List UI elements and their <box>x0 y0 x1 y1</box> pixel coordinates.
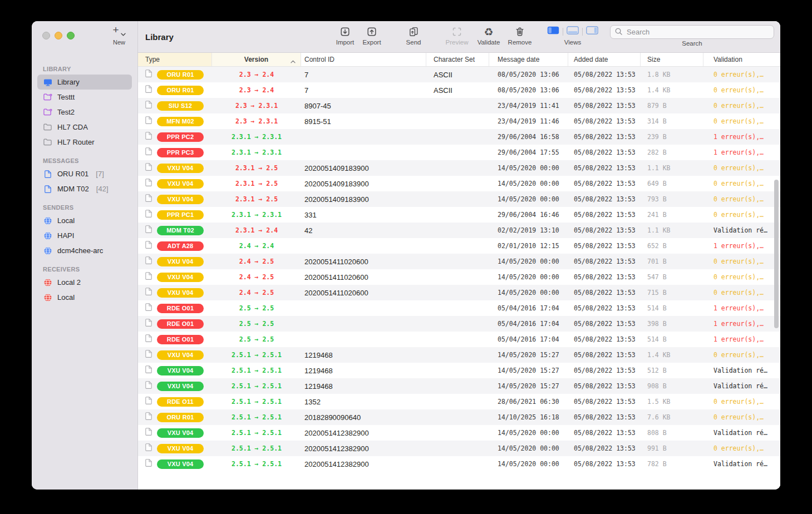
version-cell: 2.4 → 2.4 <box>212 238 301 254</box>
control-id-cell <box>301 238 426 254</box>
message-date-cell: 14/05/2020 00:00 <box>489 191 568 207</box>
type-cell: RDE O11 <box>138 394 212 409</box>
table-row[interactable]: VXU V042.3.1 → 2.5202005140918390014/05/… <box>138 176 780 191</box>
sidebar-item-test2[interactable]: Test2 <box>37 105 132 120</box>
validation-cell: Validation ré… <box>703 363 780 378</box>
table-row[interactable]: RDE O012.5 → 2.505/04/2016 17:0405/08/20… <box>138 316 780 332</box>
character-set-cell <box>426 129 489 145</box>
table-row[interactable]: VXU V042.5.1 → 2.5.1202005141238290014/0… <box>138 441 780 456</box>
type-badge: ORU R01 <box>157 413 204 422</box>
sidebar-item-mdm-t02[interactable]: MDM T02[42] <box>37 181 132 196</box>
validation-cell: Validation ré… <box>703 378 780 394</box>
table-row[interactable]: PPR PC22.3.1 → 2.3.129/06/2004 16:5805/0… <box>138 129 780 145</box>
table-row[interactable]: MDM T022.3.1 → 2.44202/02/2019 13:1005/0… <box>138 223 780 238</box>
sidebar-item-testtt[interactable]: Testtt <box>37 90 132 105</box>
search-area: Search <box>610 25 774 47</box>
control-id-cell: 1352 <box>301 394 426 409</box>
validation-cell: 0 erreur(s),… <box>703 98 780 113</box>
table-row[interactable]: PPR PC32.3.1 → 2.3.129/06/2004 17:5505/0… <box>138 145 780 160</box>
search-input[interactable] <box>626 27 769 37</box>
sidebar-item-hapi[interactable]: HAPI <box>37 228 132 243</box>
sidebar-item-library[interactable]: Library <box>37 75 132 90</box>
sidebar-item-local[interactable]: Local <box>37 213 132 228</box>
sidebar-item-dcm4chee-arc[interactable]: dcm4chee-arc <box>37 243 132 258</box>
bottom-panel-view-icon[interactable] <box>567 26 579 37</box>
display-icon <box>43 78 52 86</box>
character-set-cell <box>426 207 489 223</box>
column-header-control-id[interactable]: Control ID <box>301 53 426 66</box>
column-header-version[interactable]: Version <box>212 53 301 66</box>
minimize-window-button[interactable] <box>55 32 62 39</box>
table-row[interactable]: VXU V042.4 → 2.5202005141102060014/05/20… <box>138 269 780 285</box>
type-cell: VXU V04 <box>138 254 212 269</box>
control-id-cell: 331 <box>301 207 426 223</box>
document-icon <box>145 210 152 220</box>
table-row[interactable]: VXU V042.5.1 → 2.5.1202005141238290014/0… <box>138 456 780 472</box>
column-header-added-date[interactable]: Added date <box>568 53 641 66</box>
column-header-validation[interactable]: Validation <box>703 53 780 66</box>
remove-button[interactable]: Remove <box>499 25 540 46</box>
version-cell: 2.5.1 → 2.5.1 <box>212 363 301 378</box>
type-cell: RDE O01 <box>138 300 212 316</box>
table-row[interactable]: ORU R012.3 → 2.47ASCII08/05/2020 13:0605… <box>138 67 780 82</box>
table-row[interactable]: VXU V042.5.1 → 2.5.1121946814/05/2020 15… <box>138 378 780 394</box>
table-row[interactable]: SIU S122.3 → 2.3.18907-4523/04/2019 11:4… <box>138 98 780 113</box>
table-row[interactable]: MFN M022.3 → 2.3.18915-5123/04/2019 11:4… <box>138 113 780 129</box>
right-panel-view-icon[interactable] <box>586 26 598 37</box>
table-row[interactable]: RDE O112.5.1 → 2.5.1135228/06/2021 06:30… <box>138 394 780 409</box>
table-row[interactable]: RDE O012.5 → 2.505/04/2016 17:0405/08/20… <box>138 332 780 347</box>
vertical-scrollbar[interactable] <box>774 180 779 328</box>
sidebar-item-label: MDM T02 <box>57 185 89 193</box>
sidebar: + New LIBRARYLibraryTestttTest2HL7 CDAHL… <box>32 21 138 490</box>
sidebar-item-hl7-router[interactable]: HL7 Router <box>37 135 132 150</box>
sidebar-section-title-messages: MESSAGES <box>43 157 137 164</box>
character-set-cell <box>426 160 489 176</box>
table-row[interactable]: VXU V042.5.1 → 2.5.1121946814/05/2020 15… <box>138 363 780 378</box>
type-badge: VXU V04 <box>157 257 204 266</box>
send-button[interactable]: Send <box>393 25 434 46</box>
sidebar-item-label: dcm4chee-arc <box>57 246 103 255</box>
export-button[interactable]: Export <box>351 25 392 46</box>
table-row[interactable]: PPR PC12.3.1 → 2.3.133129/06/2004 16:460… <box>138 207 780 223</box>
table-row[interactable]: VXU V042.5.1 → 2.5.1121946814/05/2020 15… <box>138 347 780 363</box>
validation-cell: Validation ré… <box>703 425 780 441</box>
sidebar-item-label: ORU R01 <box>57 170 88 178</box>
table-row[interactable]: ORU R012.5.1 → 2.5.12018289009064014/10/… <box>138 409 780 425</box>
character-set-cell <box>426 441 489 456</box>
message-date-cell: 14/10/2025 16:18 <box>489 409 568 425</box>
table-row[interactable]: VXU V042.5.1 → 2.5.1202005141238290014/0… <box>138 425 780 441</box>
table-row[interactable]: ADT A282.4 → 2.402/01/2010 12:1505/08/20… <box>138 238 780 254</box>
sidebar-item-local[interactable]: Local <box>37 290 132 305</box>
sidebar-item-local-2[interactable]: Local 2 <box>37 275 132 290</box>
new-button[interactable]: + New <box>106 24 132 46</box>
version-cell: 2.3.1 → 2.3.1 <box>212 145 301 160</box>
table-row[interactable]: ORU R012.3 → 2.47ASCII08/05/2020 13:0605… <box>138 82 780 98</box>
table-row[interactable]: VXU V042.3.1 → 2.5202005140918390014/05/… <box>138 191 780 207</box>
control-id-cell: 1219468 <box>301 378 426 394</box>
document-icon <box>145 70 152 80</box>
column-header-character-set[interactable]: Character Set <box>426 53 489 66</box>
sidebar-view-icon[interactable] <box>547 26 559 37</box>
version-cell: 2.5.1 → 2.5.1 <box>212 394 301 409</box>
table-row[interactable]: RDE O012.5 → 2.505/04/2016 17:0405/08/20… <box>138 300 780 316</box>
added-date-cell: 05/08/2022 13:53 <box>568 191 641 207</box>
sidebar-item-hl7-cda[interactable]: HL7 CDA <box>37 120 132 135</box>
table-row[interactable]: VXU V042.3.1 → 2.5202005140918390014/05/… <box>138 160 780 176</box>
version-cell: 2.5.1 → 2.5.1 <box>212 425 301 441</box>
table-row[interactable]: VXU V042.4 → 2.5202005141102060014/05/20… <box>138 285 780 300</box>
version-cell: 2.5.1 → 2.5.1 <box>212 441 301 456</box>
search-field[interactable] <box>610 25 774 39</box>
column-header-message-date[interactable]: Message date <box>489 53 568 66</box>
close-window-button[interactable] <box>42 32 50 39</box>
message-date-cell: 14/05/2020 00:00 <box>489 456 568 472</box>
character-set-cell <box>426 269 489 285</box>
control-id-cell: 2020051411020600 <box>301 254 426 269</box>
table-row[interactable]: VXU V042.4 → 2.5202005141102060014/05/20… <box>138 254 780 269</box>
sidebar-section-title-senders: SENDERS <box>43 204 137 211</box>
zoom-window-button[interactable] <box>67 32 75 39</box>
sidebar-item-oru-r01[interactable]: ORU R01[7] <box>37 166 132 181</box>
column-header-size[interactable]: Size <box>641 53 703 66</box>
column-header-type[interactable]: Type <box>138 53 212 66</box>
traffic-lights <box>42 32 75 39</box>
type-badge: RDE O01 <box>157 304 204 313</box>
